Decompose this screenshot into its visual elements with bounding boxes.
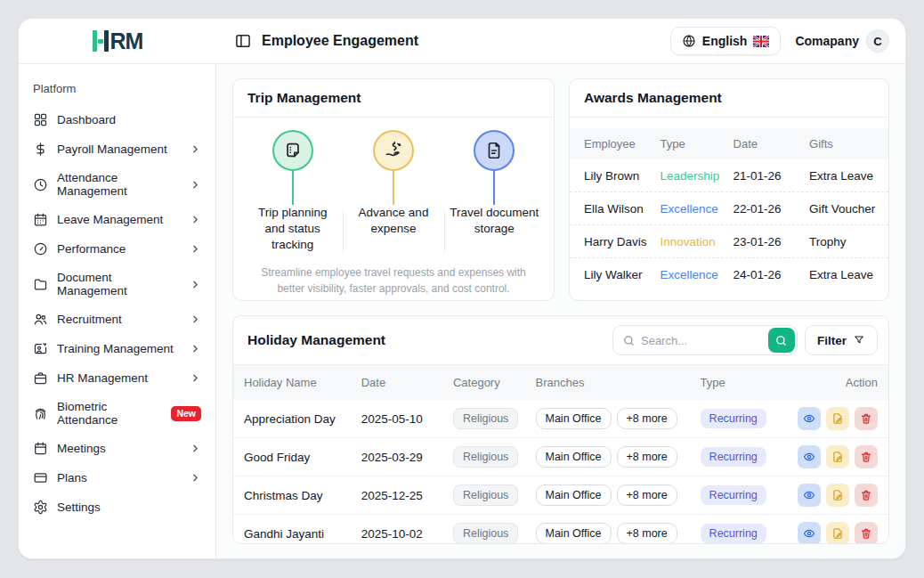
more-branches-badge[interactable]: +8 more [617, 523, 677, 544]
category-badge: Religious [453, 446, 518, 468]
search-input[interactable] [636, 334, 768, 347]
sidebar-item-label: Attendance Management [57, 171, 181, 198]
trash-icon [860, 451, 872, 463]
chevron-right-icon [190, 179, 201, 191]
holiday-management-card: Holiday Management Filter Holiday Name D… [232, 315, 889, 544]
holiday-name: Christmas Day [244, 489, 361, 502]
sidebar-item-biometric[interactable]: Biometric Attendance New [31, 394, 205, 433]
new-badge: New [171, 406, 201, 421]
delete-button[interactable] [855, 407, 878, 430]
sidebar-item-label: Plans [57, 471, 87, 484]
more-branches-badge[interactable]: +8 more [617, 408, 677, 429]
sidebar-item-payroll[interactable]: Payroll Management [31, 135, 205, 163]
category-badge: Religious [453, 484, 518, 506]
search-icon [622, 334, 636, 347]
award-type: Leadership [661, 169, 734, 183]
holiday-date: 2025-03-29 [361, 451, 453, 464]
filter-button[interactable]: Filter [805, 325, 878, 355]
company-menu[interactable]: Comapany C [795, 29, 889, 53]
briefcase-icon [33, 370, 48, 386]
file-edit-icon [831, 489, 844, 501]
gear-icon [33, 500, 48, 515]
more-branches-badge[interactable]: +8 more [617, 484, 677, 506]
type-badge: Recurring [701, 485, 766, 505]
holiday-card-title: Holiday Management [244, 332, 385, 348]
award-gift: Extra Leave [809, 268, 888, 281]
sidebar-item-performance[interactable]: Performance [31, 235, 205, 263]
sidebar-item-dashboard[interactable]: Dashboard [31, 106, 205, 134]
sidebar-item-label: Leave Management [57, 213, 163, 226]
sidebar-item-training[interactable]: Training Management [31, 335, 205, 362]
edit-button[interactable] [826, 484, 849, 507]
sidebar-section-label: Platform [33, 82, 203, 95]
sidebar-item-label: Payroll Management [57, 142, 167, 156]
language-label: English [702, 34, 748, 48]
view-button[interactable] [798, 484, 821, 507]
sidebar-item-hr[interactable]: HR Management [31, 364, 205, 392]
type-badge: Recurring [701, 447, 766, 467]
award-gift: Gift Voucher [809, 202, 888, 216]
awards-management-card: Awards Management Employee Type Date Gif… [569, 78, 889, 301]
edit-button[interactable] [826, 445, 849, 468]
award-type: Excellence [661, 202, 734, 216]
sidebar-item-document[interactable]: Document Management [31, 265, 205, 304]
holiday-name: Good Friday [244, 451, 361, 464]
holiday-table-row: Gandhi Jayanti 2025-10-02 Religious Main… [233, 515, 888, 544]
delete-button[interactable] [855, 445, 878, 468]
hrm-logo: RM [93, 30, 143, 53]
sidebar-item-label: Biometric Attendance [57, 400, 155, 427]
funnel-icon [853, 334, 865, 346]
sidebar-item-leave[interactable]: Leave Management [31, 206, 205, 233]
view-button[interactable] [798, 445, 821, 468]
type-badge: Recurring [701, 409, 766, 428]
sidebar-item-settings[interactable]: Settings [31, 493, 205, 521]
holiday-table-row: Christmas Day 2025-12-25 Religious Main … [233, 476, 888, 515]
column-header: Type [701, 376, 790, 389]
app-window: RM Employee Engagement English Comapany … [18, 18, 906, 559]
type-badge: Recurring [701, 524, 766, 543]
trip-feature-planning: Trip planning and status tracking [242, 130, 343, 254]
awards-table-row: Lily Walker Excellence 24-01-26 Extra Le… [570, 258, 888, 290]
column-header: Date [734, 137, 810, 151]
sidebar-item-recruitment[interactable]: Recruitment [31, 305, 205, 333]
file-edit-icon [831, 451, 844, 463]
award-employee: Lily Brown [584, 169, 661, 183]
edit-button[interactable] [826, 522, 849, 544]
sidebar-item-meetings[interactable]: Meetings [31, 435, 205, 462]
award-type: Innovation [661, 235, 734, 248]
sidebar-item-attendance[interactable]: Attendance Management [31, 165, 205, 204]
credit-card-icon [33, 470, 48, 485]
sidebar-toggle-icon[interactable] [234, 32, 252, 50]
chevron-right-icon [190, 143, 201, 155]
sidebar-item-plans[interactable]: Plans [31, 464, 205, 492]
award-gift: Extra Leave [809, 169, 888, 183]
calendar-days-icon [33, 441, 48, 456]
chevron-right-icon [190, 443, 201, 454]
avatar: C [866, 29, 889, 53]
gauge-icon [33, 241, 48, 256]
award-gift: Trophy [809, 235, 888, 248]
globe-icon [682, 34, 696, 48]
view-button[interactable] [798, 407, 821, 430]
more-branches-badge[interactable]: +8 more [617, 446, 677, 468]
holiday-date: 2025-12-25 [361, 489, 453, 502]
chevron-right-icon [190, 279, 201, 290]
language-button[interactable]: English [670, 27, 782, 55]
column-header: Date [361, 376, 453, 389]
holiday-date: 2025-10-02 [361, 527, 453, 541]
holiday-table-row: Appreciation Day 2025-05-10 Religious Ma… [233, 400, 888, 438]
branch-badge: Main Office [536, 408, 612, 429]
edit-button[interactable] [826, 407, 849, 430]
delete-button[interactable] [855, 484, 878, 507]
clock-icon [33, 177, 48, 192]
view-button[interactable] [798, 522, 821, 544]
top-header: RM Employee Engagement English Comapany … [19, 19, 905, 64]
delete-button[interactable] [855, 522, 878, 544]
award-type: Excellence [661, 268, 734, 281]
search-button[interactable] [768, 328, 795, 353]
eye-icon [803, 527, 815, 540]
eye-icon [803, 451, 815, 463]
holiday-name: Appreciation Day [244, 412, 361, 426]
trip-description: Streamline employee travel requests and … [242, 265, 545, 297]
document-icon [474, 130, 515, 171]
